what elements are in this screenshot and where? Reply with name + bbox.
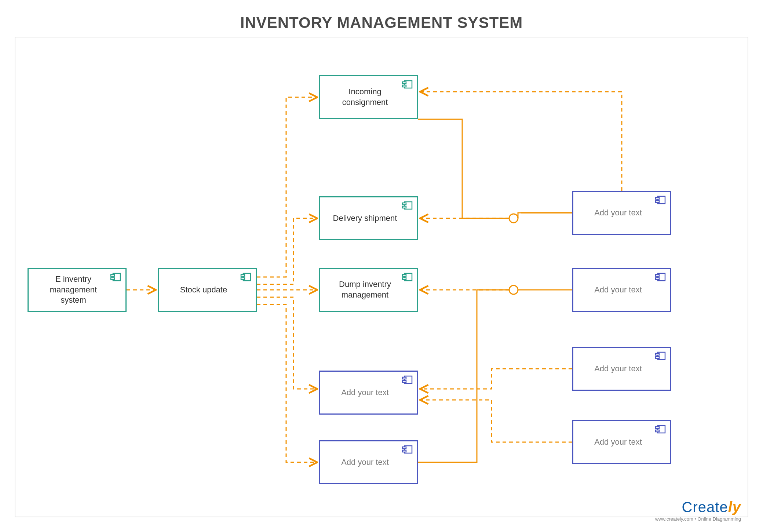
component-label: Add your text bbox=[594, 437, 642, 448]
svg-rect-28 bbox=[656, 278, 659, 280]
brand-accent: ly bbox=[728, 499, 741, 515]
component-incoming[interactable]: Incoming consignment bbox=[319, 75, 418, 119]
component-m_add2[interactable]: Add your text bbox=[319, 440, 418, 484]
svg-rect-9 bbox=[402, 82, 406, 84]
component-icon bbox=[402, 375, 413, 384]
svg-rect-33 bbox=[656, 427, 659, 429]
brand-tagline: www.creately.com • Online Diagramming bbox=[655, 516, 741, 522]
svg-rect-30 bbox=[656, 353, 659, 355]
svg-rect-18 bbox=[402, 377, 406, 379]
component-label: Add your text bbox=[594, 364, 642, 374]
component-label: Delivery shipment bbox=[333, 213, 397, 224]
component-dump[interactable]: Dump inventry management bbox=[319, 268, 418, 312]
component-label: Add your text bbox=[341, 457, 389, 468]
component-label: Add your text bbox=[341, 387, 389, 398]
component-icon bbox=[402, 273, 413, 281]
component-icon bbox=[240, 273, 251, 281]
svg-rect-16 bbox=[402, 278, 406, 280]
component-stock_update[interactable]: Stock update bbox=[158, 268, 257, 312]
component-icon bbox=[655, 196, 666, 204]
diagram-canvas: INVENTORY MANAGEMENT SYSTEM bbox=[0, 0, 763, 532]
svg-rect-25 bbox=[656, 201, 659, 203]
svg-rect-34 bbox=[656, 430, 659, 432]
diagram-title: INVENTORY MANAGEMENT SYSTEM bbox=[0, 14, 763, 32]
svg-rect-12 bbox=[402, 203, 406, 205]
svg-rect-4 bbox=[111, 278, 114, 280]
component-icon bbox=[402, 201, 413, 210]
component-label: Dump inventry management bbox=[339, 279, 391, 300]
component-delivery[interactable]: Delivery shipment bbox=[319, 196, 418, 240]
component-m_add1[interactable]: Add your text bbox=[319, 371, 418, 415]
svg-rect-3 bbox=[111, 274, 114, 276]
svg-rect-31 bbox=[656, 357, 659, 358]
component-icon bbox=[110, 273, 121, 281]
component-e_inventory[interactable]: E inventry management system bbox=[28, 268, 127, 312]
component-r_add2[interactable]: Add your text bbox=[572, 268, 671, 312]
svg-rect-6 bbox=[241, 274, 245, 276]
svg-rect-15 bbox=[402, 274, 406, 276]
brand-logo: Creately bbox=[655, 499, 741, 515]
svg-rect-13 bbox=[402, 206, 406, 208]
component-label: Stock update bbox=[180, 285, 227, 295]
component-label: Incoming consignment bbox=[342, 87, 388, 108]
svg-rect-27 bbox=[656, 274, 659, 276]
component-r_add3[interactable]: Add your text bbox=[572, 347, 671, 391]
component-label: E inventry management system bbox=[36, 274, 111, 306]
component-label: Add your text bbox=[594, 208, 642, 218]
component-icon bbox=[655, 425, 666, 434]
svg-rect-24 bbox=[656, 197, 659, 199]
component-r_add4[interactable]: Add your text bbox=[572, 420, 671, 464]
svg-rect-10 bbox=[402, 85, 406, 87]
component-r_add1[interactable]: Add your text bbox=[572, 191, 671, 235]
component-icon bbox=[655, 351, 666, 360]
brand-main: Create bbox=[682, 499, 728, 515]
svg-rect-19 bbox=[402, 380, 406, 382]
component-icon bbox=[402, 445, 413, 454]
svg-rect-21 bbox=[402, 447, 406, 449]
component-label: Add your text bbox=[594, 285, 642, 295]
component-icon bbox=[655, 273, 666, 281]
svg-rect-7 bbox=[241, 278, 245, 280]
branding-footer: Creately www.creately.com • Online Diagr… bbox=[655, 499, 741, 522]
svg-rect-22 bbox=[402, 450, 406, 452]
component-icon bbox=[402, 80, 413, 89]
